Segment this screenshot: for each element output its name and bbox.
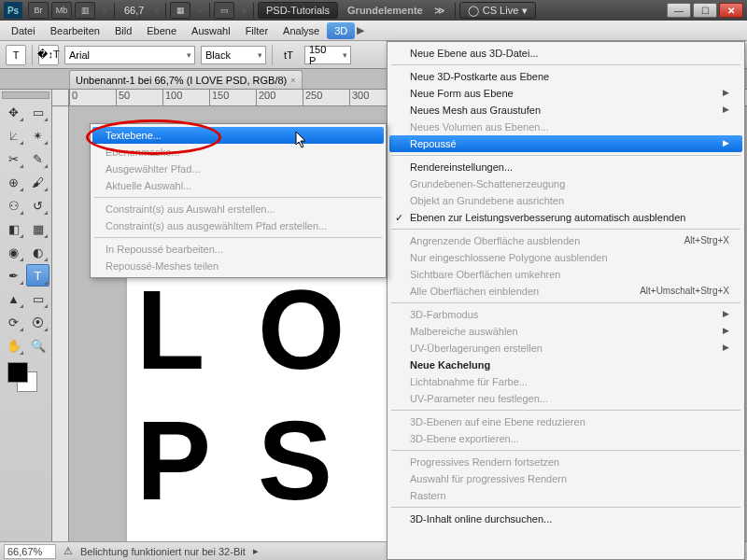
bridge-icon[interactable]: Br bbox=[28, 2, 49, 19]
3d-tool[interactable]: ⟳ bbox=[2, 311, 25, 333]
chevron-down-icon[interactable]: ▼ bbox=[151, 5, 162, 16]
menu-item: Objekt an Grundebene ausrichten bbox=[389, 192, 742, 209]
window-minimize[interactable]: — bbox=[667, 3, 691, 18]
close-tab-icon[interactable]: × bbox=[290, 76, 295, 85]
submenu-arrow-icon: ▶ bbox=[723, 105, 729, 116]
menu-item: 3D-Farbmodus▶ bbox=[389, 306, 742, 323]
ruler-origin[interactable] bbox=[52, 90, 69, 106]
move-tool[interactable]: ✥ bbox=[2, 101, 25, 123]
status-zoom[interactable]: 66,67% bbox=[4, 544, 56, 559]
screen-mode-icon[interactable]: ▥ bbox=[75, 2, 95, 19]
submenu-item[interactable]: Textebene... bbox=[92, 127, 384, 144]
hand-tool[interactable]: ✋ bbox=[2, 334, 25, 357]
document-title: Unbenannt-1 bei 66,7% (I LOVE PSD, RGB/8… bbox=[76, 75, 287, 86]
menu-item: Angrenzende Oberfläche ausblendenAlt+Str… bbox=[389, 232, 742, 249]
menu-item: UV-Überlagerungen erstellen▶ bbox=[389, 340, 742, 357]
font-size-icon: tT bbox=[278, 45, 299, 65]
pen-tool[interactable]: ✒ bbox=[2, 264, 25, 287]
submenu-item: Constraint(s) aus ausgewähltem Pfad erst… bbox=[92, 217, 384, 234]
menu-item: Auswahl für progressives Rendern bbox=[389, 470, 742, 487]
menu-datei[interactable]: Datei bbox=[4, 22, 43, 39]
menu-overflow-icon[interactable]: ▶ bbox=[357, 24, 364, 36]
menu-analyse[interactable]: Analyse bbox=[275, 22, 327, 39]
more-icon[interactable]: ≫ bbox=[434, 5, 445, 17]
menu-item[interactable]: Neue 3D-Postkarte aus Ebene bbox=[389, 68, 742, 85]
foreground-color[interactable] bbox=[7, 362, 28, 383]
history-brush-tool[interactable]: ↺ bbox=[26, 194, 49, 217]
menu-item[interactable]: ✓Ebenen zur Leistungsverbesserung automa… bbox=[389, 209, 742, 226]
brush-tool[interactable]: 🖌 bbox=[26, 171, 49, 193]
submenu-item: Ausgewählter Pfad... bbox=[92, 161, 384, 177]
menu-item[interactable]: Rendereinstellungen... bbox=[389, 159, 742, 175]
menu-item[interactable]: Neues Mesh aus Graustufen▶ bbox=[389, 102, 742, 119]
menu-item: Neues Volumen aus Ebenen... bbox=[389, 119, 742, 135]
menu-item[interactable]: Neue Ebene aus 3D-Datei... bbox=[389, 45, 742, 62]
submenu-arrow-icon: ▶ bbox=[723, 88, 729, 99]
menu-ebene[interactable]: Ebene bbox=[139, 22, 184, 39]
menu-item: 3D-Ebene exportieren... bbox=[389, 430, 742, 447]
submenu-arrow-icon: ▶ bbox=[723, 138, 729, 149]
menu-item[interactable]: Repoussé▶ bbox=[389, 135, 742, 152]
minibridge-icon[interactable]: Mb bbox=[51, 2, 72, 19]
submenu-item: In Repoussé bearbeiten... bbox=[92, 241, 384, 258]
dodge-tool[interactable]: ◐ bbox=[26, 241, 49, 263]
gradient-tool[interactable]: ▦ bbox=[26, 217, 49, 240]
blur-tool[interactable]: ◉ bbox=[2, 241, 25, 263]
chevron-down-icon[interactable]: ▼ bbox=[239, 5, 249, 16]
title-zoom[interactable]: 66,7 bbox=[124, 5, 144, 16]
menu-item[interactable]: Neue Form aus Ebene▶ bbox=[389, 85, 742, 102]
shape-tool[interactable]: ▭ bbox=[26, 287, 49, 310]
chevron-down-icon[interactable]: ▼ bbox=[100, 5, 110, 16]
menu-bild[interactable]: Bild bbox=[107, 22, 139, 39]
toolbox-grip[interactable] bbox=[2, 91, 49, 99]
workspace-label[interactable]: Grundelemente bbox=[347, 5, 423, 16]
eyedropper-tool[interactable]: ✎ bbox=[26, 147, 49, 170]
lasso-tool[interactable]: ⟀ bbox=[2, 124, 25, 147]
workspace-button[interactable]: PSD-Tutorials bbox=[258, 2, 338, 19]
view-icon[interactable]: ▦ bbox=[170, 2, 190, 19]
marquee-tool[interactable]: ▭ bbox=[26, 101, 49, 123]
submenu-arrow-icon: ▶ bbox=[723, 309, 729, 320]
submenu-item: Repoussé-Meshes teilen bbox=[92, 258, 384, 274]
chevron-down-icon[interactable]: ▼ bbox=[195, 5, 205, 16]
menu-filter[interactable]: Filter bbox=[238, 22, 275, 39]
cs-live-button[interactable]: ◯CS Live▾ bbox=[459, 2, 537, 19]
orientation-icon[interactable]: �↕T bbox=[38, 45, 59, 65]
repousse-submenu: Textebene...Ebenenmaske...Ausgewählter P… bbox=[90, 123, 387, 278]
crop-tool[interactable]: ✂ bbox=[2, 147, 25, 170]
menu-item[interactable]: Neue Kachelung bbox=[389, 357, 742, 373]
font-family-select[interactable]: Arial bbox=[64, 46, 195, 64]
document-tab[interactable]: Unbenannt-1 bei 66,7% (I LOVE PSD, RGB/8… bbox=[69, 70, 303, 89]
magic-wand-tool[interactable]: ✴ bbox=[26, 124, 49, 147]
type-tool-icon[interactable]: T bbox=[6, 45, 26, 65]
zoom-tool[interactable]: 🔍 bbox=[26, 334, 49, 357]
path-select-tool[interactable]: ▲ bbox=[2, 287, 25, 310]
status-arrow-icon[interactable]: ▸ bbox=[253, 545, 259, 557]
3d-camera-tool[interactable]: ⦿ bbox=[26, 311, 49, 333]
type-tool[interactable]: T bbox=[26, 264, 49, 287]
menu-item: Lichtabnahme für Farbe... bbox=[389, 373, 742, 390]
font-weight-select[interactable]: Black bbox=[201, 46, 266, 64]
warning-icon: ⚠ bbox=[63, 545, 73, 557]
menu-3d[interactable]: 3D bbox=[327, 22, 355, 39]
window-close[interactable]: ✕ bbox=[719, 3, 743, 18]
canvas-letter: S bbox=[258, 396, 332, 525]
window-maximize[interactable]: ☐ bbox=[693, 3, 717, 18]
healing-tool[interactable]: ⊕ bbox=[2, 171, 25, 193]
menu-bearbeiten[interactable]: Bearbeiten bbox=[43, 22, 107, 39]
color-swatches[interactable] bbox=[2, 360, 49, 398]
canvas-letter: P bbox=[136, 396, 211, 525]
submenu-item: Constraint(s) aus Auswahl erstellen... bbox=[92, 201, 384, 217]
ruler-vertical[interactable] bbox=[52, 106, 69, 541]
menu-item: Rastern bbox=[389, 487, 742, 504]
menu-item[interactable]: 3D-Inhalt online durchsuchen... bbox=[389, 511, 742, 527]
arrange-icon[interactable]: ▭ bbox=[214, 2, 234, 19]
stamp-tool[interactable]: ⚇ bbox=[2, 194, 25, 217]
menu-item: 3D-Ebenen auf eine Ebene reduzieren bbox=[389, 413, 742, 430]
title-bar: Ps Br Mb ▥ ▼ 66,7 ▼ ▦ ▼ ▭ ▼ PSD-Tutorial… bbox=[0, 0, 747, 21]
font-size-field[interactable]: 150 P bbox=[304, 46, 351, 64]
eraser-tool[interactable]: ◧ bbox=[2, 217, 25, 240]
menu-item: Malbereiche auswählen▶ bbox=[389, 323, 742, 340]
submenu-item: Ebenenmaske... bbox=[92, 144, 384, 161]
menu-auswahl[interactable]: Auswahl bbox=[184, 22, 238, 39]
